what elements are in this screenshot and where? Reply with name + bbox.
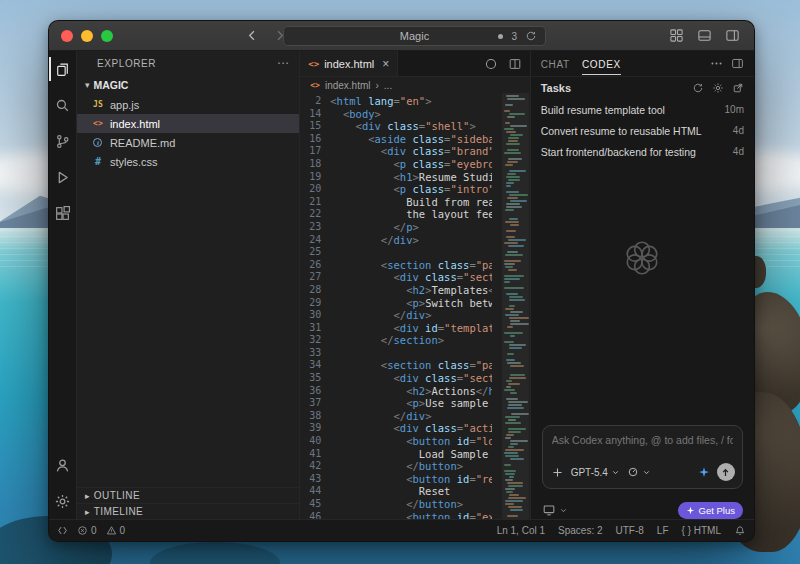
workspace-section[interactable]: ▾ MAGIC [77, 75, 299, 95]
code-line[interactable]: 28 <h2>Templates</h2> [300, 284, 529, 297]
warnings-status[interactable]: 0 [106, 525, 126, 536]
zoom-window-button[interactable] [101, 30, 113, 42]
codex-input[interactable] [552, 432, 733, 448]
code-line[interactable]: 2<html lang="en"> [300, 95, 529, 108]
status-item[interactable]: { } HTML [682, 525, 721, 536]
info-file-icon: i [91, 138, 105, 147]
code-line[interactable]: 34 <section class="panel"> [300, 359, 529, 372]
code-line[interactable]: 27 <div class="section-head"> [300, 271, 529, 284]
task-time: 10m [725, 104, 744, 115]
status-item[interactable]: LF [657, 525, 669, 536]
code-line[interactable]: 39 <div class="actions"> [300, 422, 529, 435]
code-line[interactable]: 46 <button id="export"> [300, 511, 529, 519]
code-line[interactable]: 41 Load Sample [300, 448, 529, 461]
status-item[interactable]: Spaces: 2 [558, 525, 602, 536]
minimap[interactable] [502, 93, 529, 519]
tasks-settings-gear-icon[interactable] [712, 82, 724, 94]
line-content: <h2>Actions</h2> [330, 385, 492, 398]
screen-share-selector[interactable] [542, 503, 568, 517]
code-line[interactable]: 20 <p class="intro"> [300, 183, 529, 196]
file-item-index.html[interactable]: <>index.html [77, 114, 299, 133]
toggle-secondary-sidebar-icon[interactable] [725, 28, 740, 43]
codex-editor-action-icon[interactable] [484, 57, 498, 71]
codex-composer[interactable]: GPT-5.4 [542, 425, 743, 489]
tab-index-html[interactable]: <> index.html × [300, 51, 398, 76]
send-button[interactable] [717, 463, 735, 481]
code-line[interactable]: 24 </div> [300, 234, 529, 247]
code-line[interactable]: 31 <div id="template-grid"> [300, 322, 529, 335]
sync-icon[interactable] [525, 30, 537, 42]
get-plus-button[interactable]: Get Plus [678, 502, 743, 519]
task-item[interactable]: Start frontend/backend for testing4d [531, 141, 754, 162]
model-selector[interactable]: GPT-5.4 [571, 467, 620, 478]
code-line[interactable]: 17 <div class="brand"> [300, 145, 529, 158]
run-debug-icon[interactable] [49, 159, 76, 195]
code-line[interactable]: 40 <button id="load-sample"> [300, 435, 529, 448]
reasoning-selector[interactable] [627, 466, 651, 478]
timeline-section[interactable]: ▸ TIMELINE [77, 503, 299, 519]
open-external-icon[interactable] [732, 82, 744, 94]
line-content: <html lang="en"> [330, 95, 492, 108]
code-line[interactable]: 29 <p>Switch between styles [300, 297, 529, 310]
code-line[interactable]: 25 [300, 246, 529, 259]
code-line[interactable]: 15 <div class="shell"> [300, 120, 529, 133]
command-center[interactable]: Magic 3 [283, 26, 546, 46]
tab-chat[interactable]: CHAT [541, 57, 570, 70]
code-line[interactable]: 37 <p>Use sample data [300, 397, 529, 410]
search-icon[interactable] [49, 87, 76, 123]
code-area[interactable]: 2<html lang="en">14 <body>15 <div class=… [300, 93, 529, 519]
code-line[interactable]: 26 <section class="panel"> [300, 259, 529, 272]
file-item-styles.css[interactable]: #styles.css [77, 152, 299, 171]
status-item[interactable]: UTF-8 [616, 525, 644, 536]
more-horizontal-icon[interactable] [710, 57, 723, 70]
code-line[interactable]: 43 <button id="reset"> [300, 473, 529, 486]
tab-codex[interactable]: CODEX [582, 57, 621, 75]
panel-layout-icon[interactable] [731, 57, 744, 70]
file-item-README.md[interactable]: iREADME.md [77, 133, 299, 152]
toggle-panel-icon[interactable] [697, 28, 712, 43]
close-tab-icon[interactable]: × [382, 57, 389, 71]
file-item-app.js[interactable]: JSapp.js [77, 95, 299, 114]
explorer-icon[interactable] [49, 51, 76, 87]
accounts-icon[interactable] [49, 447, 76, 483]
code-line[interactable]: 30 </div> [300, 309, 529, 322]
settings-gear-icon[interactable] [49, 483, 76, 519]
explorer-more-icon[interactable]: ⋯ [277, 56, 290, 70]
code-line[interactable]: 21 Build from ready-made [300, 196, 529, 209]
notifications-bell-icon[interactable] [734, 525, 746, 537]
add-context-icon[interactable] [551, 466, 564, 479]
code-line[interactable]: 42 </button> [300, 460, 529, 473]
code-line[interactable]: 35 <div class="section-head"> [300, 372, 529, 385]
code-line[interactable]: 45 </button> [300, 498, 529, 511]
code-line[interactable]: 14 <body> [300, 108, 529, 121]
errors-status[interactable]: 0 [77, 525, 97, 536]
outline-section[interactable]: ▸ OUTLINE [77, 487, 299, 503]
source-control-icon[interactable] [49, 123, 76, 159]
status-item[interactable]: Ln 1, Col 1 [497, 525, 545, 536]
remote-indicator-icon[interactable] [57, 525, 68, 536]
minimize-window-button[interactable] [81, 30, 93, 42]
code-line[interactable]: 32 </section> [300, 334, 529, 347]
code-line[interactable]: 36 <h2>Actions</h2> [300, 385, 529, 398]
code-line[interactable]: 33 [300, 347, 529, 360]
task-item[interactable]: Build resume template tool10m [531, 99, 754, 120]
code-line[interactable]: 18 <p class="eyebrow"> [300, 158, 529, 171]
code-line[interactable]: 19 <h1>Resume Studio</h1> [300, 171, 529, 184]
breadcrumb[interactable]: <> index.html › ... [300, 77, 529, 93]
titlebar[interactable]: Magic 3 [49, 21, 754, 51]
code-line[interactable]: 16 <aside class="sidebar"> [300, 133, 529, 146]
code-line[interactable]: 23 </p> [300, 221, 529, 234]
code-line[interactable]: 22 the layout feels right [300, 208, 529, 221]
code-line[interactable]: 38 </div> [300, 410, 529, 423]
extensions-icon[interactable] [49, 195, 76, 231]
line-number: 2 [300, 95, 330, 108]
close-window-button[interactable] [61, 30, 73, 42]
back-icon[interactable] [245, 28, 260, 43]
split-editor-icon[interactable] [508, 57, 522, 71]
task-item[interactable]: Convert resume to reusable HTML4d [531, 120, 754, 141]
code-line[interactable]: 44 Reset [300, 485, 529, 498]
chevron-right-icon: ▸ [85, 507, 90, 517]
refresh-icon[interactable] [692, 82, 704, 94]
customize-layout-icon[interactable] [669, 28, 684, 43]
file-list: JSapp.js<>index.htmliREADME.md#styles.cs… [77, 95, 299, 171]
